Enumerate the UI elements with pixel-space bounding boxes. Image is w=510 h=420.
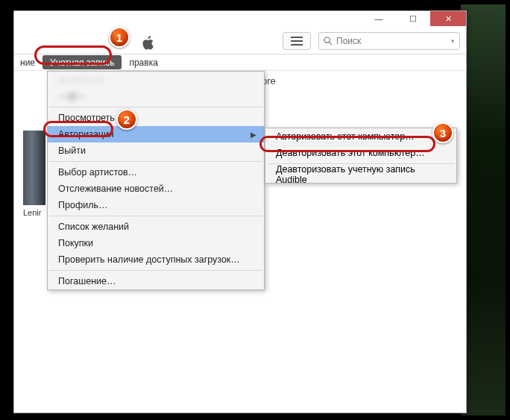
dropdown-profile[interactable]: Профиль…: [48, 197, 264, 213]
svg-rect-1: [291, 40, 303, 42]
minimize-button[interactable]: —: [362, 11, 396, 26]
menu-item-help[interactable]: правка: [123, 54, 163, 70]
dropdown-separator: [49, 270, 262, 271]
desktop-bg-strip: [461, 4, 506, 416]
album-caption: Lenir: [23, 208, 41, 217]
dropdown-artist-select[interactable]: Выбор артистов…: [48, 164, 264, 181]
svg-line-4: [329, 42, 332, 45]
search-icon: [324, 37, 333, 46]
dropdown-view[interactable]: Просмотреть: [48, 110, 264, 126]
search-placeholder: Поиск: [336, 36, 361, 46]
annotation-badge-2: 2: [116, 109, 137, 130]
dropdown-redemption[interactable]: Погашение…: [48, 273, 264, 289]
itunes-window: — ☐ ✕ Поиск ▾ ние Учетная запись правка: [13, 10, 467, 413]
account-dropdown: — — — — —@— Просмотреть Авторизация ▶ Вы…: [47, 71, 265, 290]
submenu-deauth-audible[interactable]: Деавторизовать учетную запись Audible: [265, 166, 456, 183]
dropdown-signout[interactable]: Выйти: [48, 142, 264, 159]
dropdown-check-downloads[interactable]: Проверить наличие доступных загрузок…: [48, 251, 264, 268]
dropdown-user-line1: — — — —: [48, 72, 264, 88]
svg-rect-2: [291, 44, 303, 46]
dropdown-news-tracking[interactable]: Отслеживание новостей…: [48, 181, 264, 197]
search-input[interactable]: Поиск ▾: [318, 32, 460, 50]
maximize-button[interactable]: ☐: [396, 11, 430, 26]
menubar: ние Учетная запись правка: [14, 54, 466, 71]
dropdown-separator: [49, 161, 262, 162]
chevron-right-icon: ▶: [251, 131, 256, 139]
submenu-authorize[interactable]: Авторизовать этот компьютер…: [265, 128, 456, 145]
dropdown-user-line2: —@—: [48, 88, 264, 104]
submenu-deauthorize[interactable]: Деавторизовать этот компьютер…: [265, 145, 456, 161]
list-icon: [291, 37, 303, 46]
svg-point-3: [324, 37, 330, 42]
menu-item-truncated-left[interactable]: ние: [14, 54, 41, 70]
close-button[interactable]: ✕: [430, 11, 466, 26]
titlebar: — ☐ ✕: [14, 11, 466, 28]
dropdown-authorization-label: Авторизация: [58, 129, 114, 140]
dropdown-wishlist[interactable]: Список желаний: [48, 219, 264, 235]
album-thumbnail[interactable]: [23, 131, 45, 205]
dropdown-separator: [49, 216, 262, 216]
svg-rect-0: [291, 37, 303, 38]
dropdown-authorization[interactable]: Авторизация ▶: [48, 126, 264, 142]
toolbar: Поиск ▾: [14, 28, 466, 54]
dropdown-separator: [49, 107, 262, 107]
annotation-badge-3: 3: [432, 122, 453, 143]
list-view-button[interactable]: [283, 32, 311, 50]
menu-item-account[interactable]: Учетная запись: [42, 55, 122, 69]
authorization-submenu: Авторизовать этот компьютер… Деавторизов…: [265, 128, 457, 184]
dropdown-purchases[interactable]: Покупки: [48, 235, 264, 251]
chevron-down-icon: ▾: [451, 37, 455, 45]
annotation-badge-1: 1: [109, 27, 130, 48]
apple-logo-icon: [139, 33, 156, 49]
